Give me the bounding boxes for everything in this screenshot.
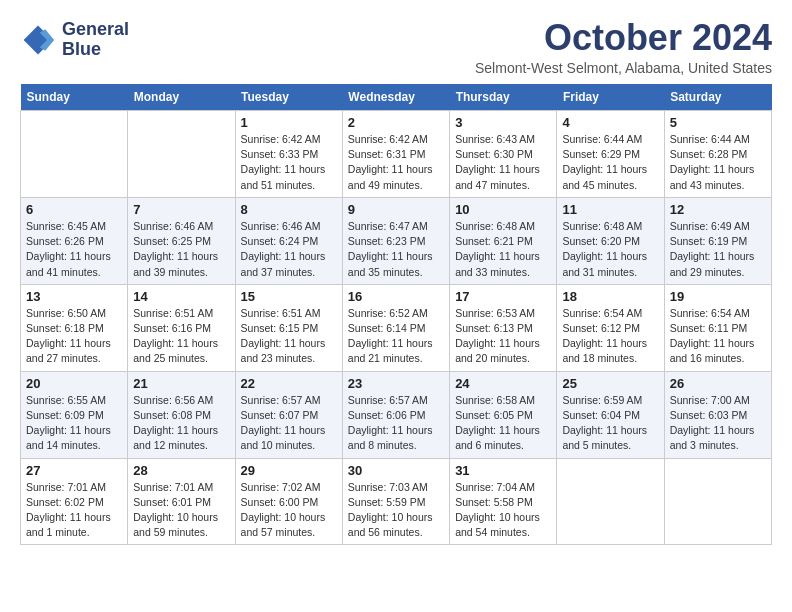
day-number: 28 [133,463,229,478]
day-info: Sunrise: 6:57 AM Sunset: 6:06 PM Dayligh… [348,393,444,454]
calendar-cell: 1Sunrise: 6:42 AM Sunset: 6:33 PM Daylig… [235,111,342,198]
day-info: Sunrise: 7:04 AM Sunset: 5:58 PM Dayligh… [455,480,551,541]
calendar-header-row: SundayMondayTuesdayWednesdayThursdayFrid… [21,84,772,111]
calendar-cell: 20Sunrise: 6:55 AM Sunset: 6:09 PM Dayli… [21,371,128,458]
day-number: 8 [241,202,337,217]
day-info: Sunrise: 6:55 AM Sunset: 6:09 PM Dayligh… [26,393,122,454]
day-number: 16 [348,289,444,304]
col-header-sunday: Sunday [21,84,128,111]
day-number: 22 [241,376,337,391]
calendar-cell: 19Sunrise: 6:54 AM Sunset: 6:11 PM Dayli… [664,284,771,371]
day-info: Sunrise: 7:00 AM Sunset: 6:03 PM Dayligh… [670,393,766,454]
day-number: 14 [133,289,229,304]
day-number: 27 [26,463,122,478]
calendar-cell: 13Sunrise: 6:50 AM Sunset: 6:18 PM Dayli… [21,284,128,371]
day-info: Sunrise: 7:01 AM Sunset: 6:01 PM Dayligh… [133,480,229,541]
day-info: Sunrise: 6:51 AM Sunset: 6:16 PM Dayligh… [133,306,229,367]
calendar-cell: 18Sunrise: 6:54 AM Sunset: 6:12 PM Dayli… [557,284,664,371]
calendar-cell: 12Sunrise: 6:49 AM Sunset: 6:19 PM Dayli… [664,197,771,284]
calendar-cell: 6Sunrise: 6:45 AM Sunset: 6:26 PM Daylig… [21,197,128,284]
calendar-cell: 5Sunrise: 6:44 AM Sunset: 6:28 PM Daylig… [664,111,771,198]
day-number: 30 [348,463,444,478]
day-info: Sunrise: 6:44 AM Sunset: 6:28 PM Dayligh… [670,132,766,193]
day-number: 24 [455,376,551,391]
day-number: 5 [670,115,766,130]
day-number: 29 [241,463,337,478]
col-header-monday: Monday [128,84,235,111]
calendar-cell: 26Sunrise: 7:00 AM Sunset: 6:03 PM Dayli… [664,371,771,458]
day-info: Sunrise: 6:56 AM Sunset: 6:08 PM Dayligh… [133,393,229,454]
calendar-cell: 2Sunrise: 6:42 AM Sunset: 6:31 PM Daylig… [342,111,449,198]
logo-text: General Blue [62,20,129,60]
day-number: 17 [455,289,551,304]
day-number: 10 [455,202,551,217]
day-number: 31 [455,463,551,478]
day-number: 9 [348,202,444,217]
calendar-cell: 11Sunrise: 6:48 AM Sunset: 6:20 PM Dayli… [557,197,664,284]
day-info: Sunrise: 6:48 AM Sunset: 6:21 PM Dayligh… [455,219,551,280]
col-header-saturday: Saturday [664,84,771,111]
calendar-cell: 22Sunrise: 6:57 AM Sunset: 6:07 PM Dayli… [235,371,342,458]
day-number: 23 [348,376,444,391]
day-info: Sunrise: 6:58 AM Sunset: 6:05 PM Dayligh… [455,393,551,454]
day-info: Sunrise: 6:43 AM Sunset: 6:30 PM Dayligh… [455,132,551,193]
calendar-cell: 28Sunrise: 7:01 AM Sunset: 6:01 PM Dayli… [128,458,235,545]
day-info: Sunrise: 7:03 AM Sunset: 5:59 PM Dayligh… [348,480,444,541]
month-title: October 2024 [475,20,772,56]
calendar-cell: 25Sunrise: 6:59 AM Sunset: 6:04 PM Dayli… [557,371,664,458]
title-area: October 2024 Selmont-West Selmont, Alaba… [475,20,772,76]
day-info: Sunrise: 7:01 AM Sunset: 6:02 PM Dayligh… [26,480,122,541]
day-info: Sunrise: 6:54 AM Sunset: 6:11 PM Dayligh… [670,306,766,367]
day-number: 4 [562,115,658,130]
day-info: Sunrise: 6:57 AM Sunset: 6:07 PM Dayligh… [241,393,337,454]
day-info: Sunrise: 6:47 AM Sunset: 6:23 PM Dayligh… [348,219,444,280]
day-info: Sunrise: 6:42 AM Sunset: 6:33 PM Dayligh… [241,132,337,193]
calendar-cell: 27Sunrise: 7:01 AM Sunset: 6:02 PM Dayli… [21,458,128,545]
calendar-table: SundayMondayTuesdayWednesdayThursdayFrid… [20,84,772,545]
logo: General Blue [20,20,129,60]
day-info: Sunrise: 6:54 AM Sunset: 6:12 PM Dayligh… [562,306,658,367]
calendar-cell: 8Sunrise: 6:46 AM Sunset: 6:24 PM Daylig… [235,197,342,284]
calendar-cell: 14Sunrise: 6:51 AM Sunset: 6:16 PM Dayli… [128,284,235,371]
day-info: Sunrise: 6:50 AM Sunset: 6:18 PM Dayligh… [26,306,122,367]
day-info: Sunrise: 6:44 AM Sunset: 6:29 PM Dayligh… [562,132,658,193]
col-header-friday: Friday [557,84,664,111]
day-number: 25 [562,376,658,391]
day-number: 18 [562,289,658,304]
day-number: 7 [133,202,229,217]
calendar-cell: 9Sunrise: 6:47 AM Sunset: 6:23 PM Daylig… [342,197,449,284]
day-number: 21 [133,376,229,391]
calendar-cell: 3Sunrise: 6:43 AM Sunset: 6:30 PM Daylig… [450,111,557,198]
calendar-cell: 7Sunrise: 6:46 AM Sunset: 6:25 PM Daylig… [128,197,235,284]
location-subtitle: Selmont-West Selmont, Alabama, United St… [475,60,772,76]
calendar-week-row: 27Sunrise: 7:01 AM Sunset: 6:02 PM Dayli… [21,458,772,545]
calendar-cell: 29Sunrise: 7:02 AM Sunset: 6:00 PM Dayli… [235,458,342,545]
day-info: Sunrise: 6:45 AM Sunset: 6:26 PM Dayligh… [26,219,122,280]
logo-icon [20,22,56,58]
day-info: Sunrise: 6:52 AM Sunset: 6:14 PM Dayligh… [348,306,444,367]
day-info: Sunrise: 6:48 AM Sunset: 6:20 PM Dayligh… [562,219,658,280]
day-number: 20 [26,376,122,391]
calendar-week-row: 20Sunrise: 6:55 AM Sunset: 6:09 PM Dayli… [21,371,772,458]
day-info: Sunrise: 6:46 AM Sunset: 6:24 PM Dayligh… [241,219,337,280]
day-number: 19 [670,289,766,304]
day-info: Sunrise: 6:46 AM Sunset: 6:25 PM Dayligh… [133,219,229,280]
calendar-week-row: 1Sunrise: 6:42 AM Sunset: 6:33 PM Daylig… [21,111,772,198]
day-info: Sunrise: 6:53 AM Sunset: 6:13 PM Dayligh… [455,306,551,367]
day-number: 1 [241,115,337,130]
calendar-cell: 16Sunrise: 6:52 AM Sunset: 6:14 PM Dayli… [342,284,449,371]
day-info: Sunrise: 6:42 AM Sunset: 6:31 PM Dayligh… [348,132,444,193]
col-header-thursday: Thursday [450,84,557,111]
calendar-cell [21,111,128,198]
calendar-cell: 4Sunrise: 6:44 AM Sunset: 6:29 PM Daylig… [557,111,664,198]
day-number: 26 [670,376,766,391]
calendar-cell: 30Sunrise: 7:03 AM Sunset: 5:59 PM Dayli… [342,458,449,545]
calendar-cell: 23Sunrise: 6:57 AM Sunset: 6:06 PM Dayli… [342,371,449,458]
calendar-cell [557,458,664,545]
day-number: 12 [670,202,766,217]
col-header-tuesday: Tuesday [235,84,342,111]
calendar-cell [664,458,771,545]
day-number: 11 [562,202,658,217]
calendar-cell: 21Sunrise: 6:56 AM Sunset: 6:08 PM Dayli… [128,371,235,458]
calendar-week-row: 6Sunrise: 6:45 AM Sunset: 6:26 PM Daylig… [21,197,772,284]
